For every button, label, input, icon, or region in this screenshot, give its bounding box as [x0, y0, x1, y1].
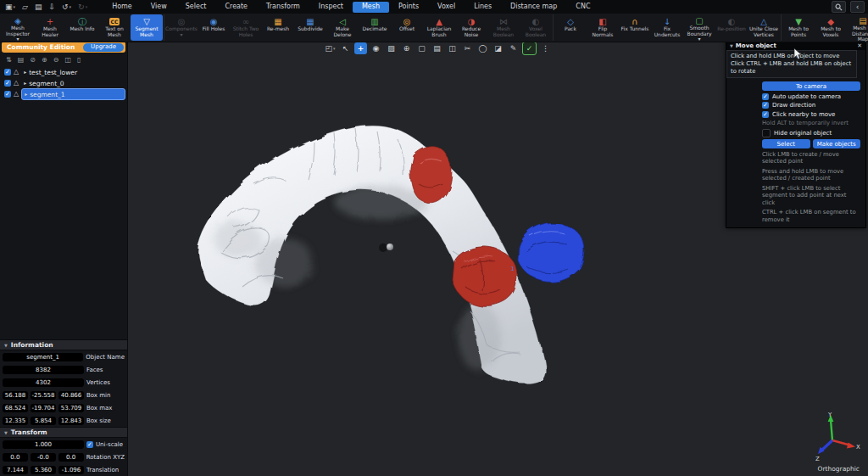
menu-tab-select[interactable]: Select [176, 2, 216, 13]
move-option-click-nearby-to-move[interactable]: ✓Click nearby to move [762, 111, 860, 118]
uniscale-checkbox[interactable]: ✓ [86, 441, 93, 448]
projection-mode-label[interactable]: Orthographic [818, 465, 860, 473]
axis-gizmo[interactable]: Y X Z [809, 410, 861, 462]
ribbon-text-on-mesh-button[interactable]: CCText on Mesh [98, 14, 131, 41]
lasso-tool-button[interactable]: ◯ [476, 42, 489, 54]
mesh-segment-blue-molar[interactable] [518, 222, 584, 282]
screenshot-tool-button[interactable]: ▨ [385, 42, 398, 54]
option-checkbox[interactable]: ✓ [762, 102, 769, 109]
import-icon[interactable]: ⇩ [47, 1, 57, 13]
expand-arrow-icon[interactable]: ▸ [24, 80, 26, 87]
ribbon-mesh-to-points-button[interactable]: ▼Mesh to Points [782, 14, 815, 41]
menu-tab-distance-map[interactable]: Distance map [501, 2, 566, 13]
menu-tab-points[interactable]: Points [389, 2, 428, 13]
rotation-z-field[interactable]: 0.0 [58, 453, 84, 462]
option-checkbox[interactable]: ✓ [762, 111, 769, 118]
visibility-checkbox[interactable]: ✓ [4, 69, 11, 76]
ribbon-mesh-info-button[interactable]: ⓘMesh Info [66, 14, 98, 41]
menu-tab-inspect[interactable]: Inspect [309, 2, 353, 13]
ribbon-fill-holes-button[interactable]: ◉Fill Holes [198, 14, 230, 41]
box-select-tool-button[interactable]: ▢ [415, 42, 428, 54]
menu-tab-voxel[interactable]: Voxel [428, 2, 465, 13]
duplicate-tool-button[interactable]: ◫ [446, 42, 459, 54]
scale-field[interactable]: 1.000 [3, 440, 84, 449]
move-option-draw-direction[interactable]: ✓Draw direction [762, 102, 860, 109]
visibility-checkbox[interactable]: ✓ [4, 80, 11, 87]
delete-icon[interactable]: ▯ [77, 56, 81, 64]
tree-item-test-test-lower[interactable]: ✓△▸test_test_lower [2, 67, 125, 77]
expand-arrow-icon[interactable]: ▸ [25, 91, 27, 98]
translation-y-field[interactable]: 5.360 [31, 466, 56, 474]
zoom-to-icon[interactable]: ⊕ [42, 56, 47, 64]
visibility-checkbox[interactable]: ✓ [4, 91, 11, 98]
stamp-tool-button[interactable]: ▤ [431, 42, 443, 54]
move-option-auto-update-to-camera[interactable]: ✓Auto update to camera [762, 93, 860, 100]
ribbon-flip-normals-button[interactable]: ◧Flip Normals [587, 14, 619, 41]
hide-original-checkbox[interactable]: ✓ [762, 129, 771, 137]
object-name-field[interactable]: segment_1 [3, 353, 83, 361]
expand-arrow-icon[interactable]: ▸ [24, 69, 26, 76]
hide-object-icon[interactable]: ⊘ [30, 56, 36, 64]
brush-tool-button[interactable]: ✎ [507, 42, 520, 54]
navigate-tool-button[interactable]: ⊕ [400, 42, 413, 54]
ribbon-smooth-boundary-button[interactable]: ▢Smooth Boundary▾ [683, 14, 715, 41]
fit-view-tool-button[interactable]: ◰▾ [324, 42, 337, 54]
mesh-segment-red-canine[interactable] [410, 146, 451, 203]
tree-item-row[interactable]: ▸segment_0 [21, 78, 125, 88]
hide-original-option[interactable]: ✓ Hide original object [762, 129, 860, 137]
search-button[interactable] [832, 1, 846, 13]
viewport-3d[interactable]: 1 ◰▾↖+◉▨⊕▢▤◫✂◯◪✎✓⋮ ▼ Move object ✕ Click… [127, 40, 868, 476]
isolate-icon[interactable]: ⊖ [53, 56, 59, 64]
ribbon-reduce-noise-button[interactable]: ◑Reduce Noise [455, 14, 487, 41]
close-icon[interactable]: ✕ [857, 42, 862, 49]
sort-icon[interactable]: ⇅ [6, 56, 12, 64]
show-labels-icon[interactable]: ▤ [18, 56, 25, 64]
transform-header[interactable]: ▼ Transform [0, 427, 127, 438]
tree-item-row[interactable]: ▸test_test_lower [21, 67, 125, 77]
ribbon-fix-undercuts-button[interactable]: ↓Fix Undercuts [651, 14, 683, 41]
erase-tool-button[interactable]: ◪ [492, 42, 504, 54]
undo-icon[interactable]: ↺▾ [60, 1, 73, 13]
tree-item-segment-1[interactable]: ✓△▸segment_1 [2, 89, 125, 99]
ribbon-unite-close-vertices-button[interactable]: △Unite Close Vertices [748, 14, 780, 41]
menu-tab-cnc[interactable]: CNC [566, 2, 599, 13]
tree-item-segment-0[interactable]: ✓△▸segment_0 [2, 78, 125, 88]
menu-tab-create[interactable]: Create [215, 2, 257, 13]
ribbon-re-mesh-button[interactable]: ▦Re-mesh [262, 14, 294, 41]
make-objects-button[interactable]: Make objects [813, 139, 861, 148]
ribbon-laplacian-brush-button[interactable]: ▲Laplacian Brush [423, 14, 455, 41]
ribbon-subdivide-button[interactable]: ▦Subdivide [294, 14, 326, 41]
rotation-x-field[interactable]: 0.0 [3, 453, 28, 462]
move-point-marker[interactable] [379, 244, 393, 252]
translation-z-field[interactable]: -1.096 [58, 466, 84, 474]
tree-item-row[interactable]: ▸segment_1 [21, 88, 125, 100]
ribbon-mesh-healer-button[interactable]: +Mesh Healer [34, 14, 66, 41]
open-folder-icon[interactable]: ▱ [20, 1, 30, 13]
pointer-tool-button[interactable]: ↖ [339, 42, 352, 54]
cut-tool-button[interactable]: ✂ [461, 42, 474, 54]
ribbon-decimate-button[interactable]: ▥Decimate [359, 14, 391, 41]
ribbon-mesh-to-distance-map-button[interactable]: ▤Mesh to Distance Map [847, 14, 868, 41]
translation-x-field[interactable]: 7.144 [3, 466, 28, 474]
ribbon-mesh-to-voxels-button[interactable]: ◆Mesh to Voxels [815, 14, 847, 41]
ribbon-mesh-inspector-button[interactable]: ◈Mesh Inspector▾ [2, 14, 34, 41]
to-camera-button[interactable]: To camera [762, 81, 860, 91]
camera-tool-button[interactable]: ◉ [370, 42, 382, 54]
select-button[interactable]: Select [762, 139, 810, 148]
ribbon-fix-tunnels-button[interactable]: ∩Fix Tunnels [619, 14, 651, 41]
ribbon-segment-mesh-button[interactable]: ▽Segment Mesh [131, 14, 163, 41]
move-tool-button[interactable]: + [354, 42, 367, 54]
ribbon-pack-button[interactable]: ◇Pack [554, 14, 587, 41]
save-icon[interactable]: ▤ [33, 1, 44, 13]
menu-tab-lines[interactable]: Lines [465, 2, 501, 13]
redo-icon[interactable]: ↻▾ [76, 1, 89, 13]
app-menu-icon[interactable]: ▣▾ [3, 1, 17, 13]
information-header[interactable]: ▼ Information [0, 339, 127, 350]
menu-tab-mesh[interactable]: Mesh [353, 2, 389, 13]
duplicate-icon[interactable]: ◫ [64, 56, 71, 64]
ribbon-make-delone-button[interactable]: ◁Make Delone [326, 14, 359, 41]
more-options-tool-button[interactable]: ⋮ [539, 42, 552, 54]
menu-tab-view[interactable]: View [142, 2, 176, 13]
menu-tab-home[interactable]: Home [103, 2, 142, 13]
ribbon-offset-button[interactable]: ◎Offset [391, 14, 423, 41]
